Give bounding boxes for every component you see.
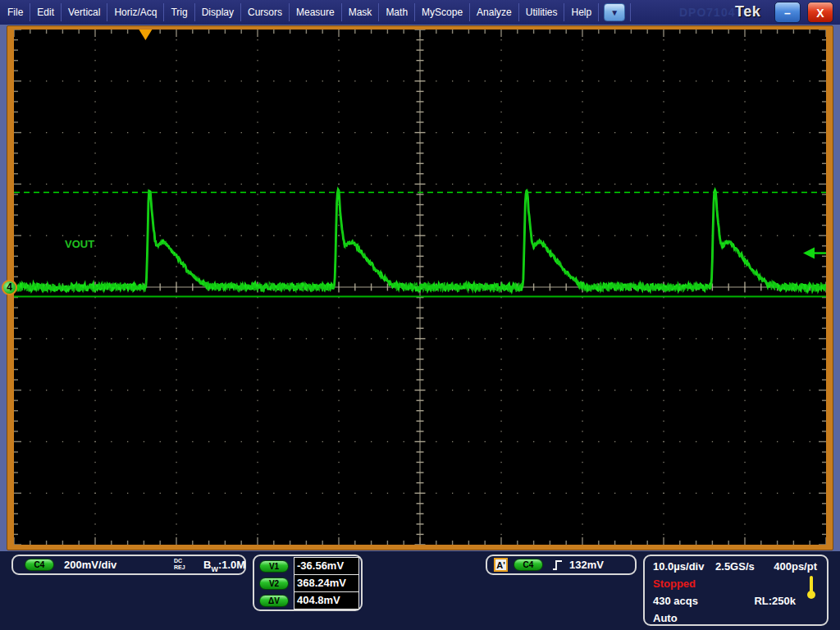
cursor-v2-row: V2 368.24mV xyxy=(254,574,361,592)
acquisition-count: 430 acqs xyxy=(653,595,698,607)
trigger-readout[interactable]: A' C4 132mV xyxy=(486,555,637,575)
cursor-v1-badge: V1 xyxy=(259,560,289,573)
rising-edge-icon xyxy=(551,559,564,572)
coupling-rej: REJ xyxy=(174,564,185,570)
cursor-dv-badge: ΔV xyxy=(259,595,289,607)
tek-logo: Tek xyxy=(735,3,760,21)
trigger-level-value: 132mV xyxy=(569,559,604,571)
menu-edit[interactable]: Edit xyxy=(30,3,62,21)
menu-utilities[interactable]: Utilities xyxy=(519,3,565,21)
model-label: DPO7104 xyxy=(679,6,735,19)
menu-math[interactable]: Math xyxy=(379,3,415,21)
horizontal-scale: 10.0µs/div xyxy=(653,560,704,573)
channel-4-position-marker[interactable]: 4 xyxy=(2,280,17,295)
cursor-v2-badge: V2 xyxy=(259,578,289,590)
minimize-button[interactable]: – xyxy=(774,2,801,23)
menu-display[interactable]: Display xyxy=(195,3,241,21)
acquisition-state-row: Stopped xyxy=(653,578,819,590)
menu-vertical[interactable]: Vertical xyxy=(62,3,107,21)
horizontal-readout[interactable]: 10.0µs/div 2.5GS/s 400ps/pt Stopped 430 … xyxy=(643,555,829,626)
trigger-mode: Auto xyxy=(653,612,678,624)
crt-frame: VOUT 4 xyxy=(7,25,833,550)
trigger-a-badge: A' xyxy=(494,558,508,572)
menu-separator xyxy=(630,3,631,21)
menu-trig[interactable]: Trig xyxy=(164,3,194,21)
waveform-plot: VOUT xyxy=(14,30,826,545)
bw-value: :1.0M xyxy=(218,559,245,571)
acquisition-state: Stopped xyxy=(653,578,696,590)
menu-horiz-acq[interactable]: Horiz/Acq xyxy=(107,3,164,21)
menu-mask[interactable]: Mask xyxy=(342,3,380,21)
bw-main: B xyxy=(203,559,211,571)
display-area: VOUT 4 xyxy=(0,25,840,551)
menu-dropdown-button[interactable]: ▼ xyxy=(604,3,625,21)
channel-coupling: DC REJ xyxy=(174,558,185,571)
menu-myscope[interactable]: MyScope xyxy=(415,3,470,21)
bw-sub: W xyxy=(211,565,218,573)
horizontal-scale-row: 10.0µs/div 2.5GS/s 400ps/pt xyxy=(653,560,819,573)
chevron-down-icon: ▼ xyxy=(610,8,619,17)
channel-bandwidth: BW:1.0M xyxy=(203,559,245,573)
sample-rate: 2.5GS/s xyxy=(715,560,755,573)
menu-help[interactable]: Help xyxy=(564,3,599,21)
graticule-screen: VOUT xyxy=(14,30,826,545)
cursor-readout[interactable]: V1 -36.56mV V2 368.24mV ΔV 404.8mV xyxy=(253,555,363,611)
trigger-mode-row: Auto xyxy=(653,612,819,624)
cursor-v1-row: V1 -36.56mV xyxy=(254,557,361,575)
cursor-dv-value: 404.8mV xyxy=(294,591,359,609)
coupling-dc: DC xyxy=(174,558,182,564)
vout-label: VOUT xyxy=(65,238,94,250)
menu-cursors[interactable]: Cursors xyxy=(241,3,290,21)
temperature-icon xyxy=(807,576,815,599)
readout-bar: C4 200mV/div DC REJ BW:1.0M V1 -36.56mV … xyxy=(0,551,840,630)
acquisition-count-row: 430 acqs RL:250k xyxy=(653,595,819,607)
cursor-dv-row: ΔV 404.8mV xyxy=(254,591,361,609)
menu-bar: File Edit Vertical Horiz/Acq Trig Displa… xyxy=(0,0,840,25)
trigger-position-marker[interactable] xyxy=(139,30,152,40)
oscilloscope-app: File Edit Vertical Horiz/Acq Trig Displa… xyxy=(0,0,840,630)
sample-resolution: 400ps/pt xyxy=(774,560,817,573)
cursor-v2-value: 368.24mV xyxy=(294,574,359,592)
trigger-source-badge: C4 xyxy=(514,559,543,571)
menu-measure[interactable]: Measure xyxy=(290,3,342,21)
channel-readout[interactable]: C4 200mV/div DC REJ BW:1.0M xyxy=(11,555,246,575)
record-length: RL:250k xyxy=(754,595,796,607)
menu-file[interactable]: File xyxy=(0,3,30,21)
channel-badge: C4 xyxy=(25,559,54,571)
menu-analyze[interactable]: Analyze xyxy=(470,3,519,21)
cursor-v1-value: -36.56mV xyxy=(294,557,359,575)
trigger-level-arrow[interactable] xyxy=(803,248,815,259)
close-button[interactable]: X xyxy=(807,2,833,23)
channel-scale: 200mV/div xyxy=(64,559,116,571)
